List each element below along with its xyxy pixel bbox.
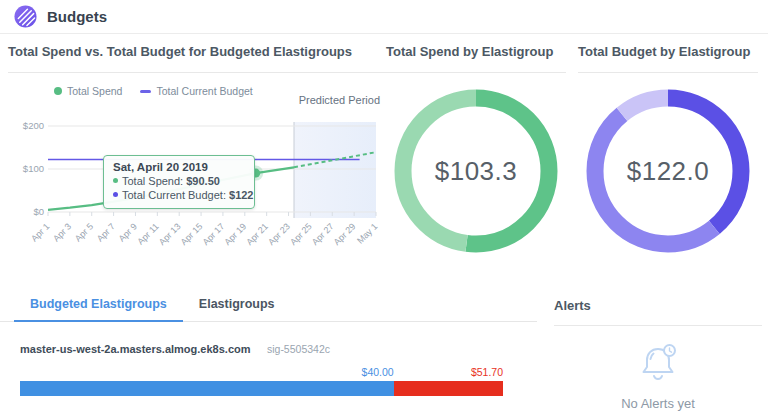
legend-item-total-current-budget[interactable]: Total Current Budget xyxy=(140,85,252,97)
tab-budgeted-elastigroups[interactable]: Budgeted Elastigroups xyxy=(14,290,183,322)
x-tick-label: Apr 21 xyxy=(244,221,270,247)
spend-amount-label: $51.70 xyxy=(471,366,503,378)
spend-vs-budget-panel: Total Spend vs. Total Budget for Budgete… xyxy=(8,34,386,270)
x-tick-label: Apr 25 xyxy=(288,221,314,247)
tooltip-bullet-icon xyxy=(113,178,118,183)
tab-elastigroups[interactable]: Elastigroups xyxy=(183,290,291,321)
line-chart-area[interactable]: $0$100$200Apr 1Apr 3Apr 5Apr 7Apr 9Apr 1… xyxy=(8,102,386,270)
alerts-title: Alerts xyxy=(554,290,762,326)
no-alerts-text: No Alerts yet xyxy=(554,396,762,411)
budget-donut-value: $122.0 xyxy=(586,89,750,253)
budget-progress-bar xyxy=(20,381,503,396)
tooltip-row: Total Current Budget: $122 xyxy=(113,189,245,201)
bar-segment-overspend xyxy=(394,381,503,396)
tab-bar: Budgeted Elastigroups Elastigroups xyxy=(0,290,537,322)
legend-dash-icon xyxy=(140,90,151,93)
bottom-row: Budgeted Elastigroups Elastigroups maste… xyxy=(0,290,768,411)
tooltip-bullet-icon xyxy=(113,192,118,197)
x-tick-label: Apr 5 xyxy=(73,221,95,243)
budget-donut-title: Total Budget by Elastigroup xyxy=(578,34,758,73)
elastigroup-name[interactable]: master-us-west-2a.masters.almog.ek8s.com xyxy=(20,343,251,355)
x-tick-label: Apr 11 xyxy=(135,221,160,246)
budget-donut: $122.0 xyxy=(586,89,750,257)
x-tick-label: Apr 27 xyxy=(310,221,336,247)
x-tick-label: Apr 17 xyxy=(201,221,227,247)
spend-donut-value: $103.3 xyxy=(394,89,558,253)
x-tick-label: Apr 15 xyxy=(179,221,205,247)
table-row: master-us-west-2a.masters.almog.ek8s.com… xyxy=(0,339,537,396)
x-tick-label: Apr 13 xyxy=(157,221,183,247)
predicted-region xyxy=(294,122,376,218)
bell-wrap xyxy=(632,337,684,393)
y-tick-label: $100 xyxy=(23,163,44,174)
bar-label-budget-wrap: $40.00 xyxy=(20,366,394,378)
main-row: Total Spend vs. Total Budget for Budgete… xyxy=(0,34,768,270)
x-tick-label: May 1 xyxy=(355,221,379,245)
bar-segment-budget xyxy=(20,381,394,396)
line-chart-title: Total Spend vs. Total Budget for Budgete… xyxy=(8,34,386,73)
budget-amount-label: $40.00 xyxy=(362,366,394,378)
legend-item-total-spend[interactable]: Total Spend xyxy=(54,85,122,97)
y-tick-label: $0 xyxy=(33,206,44,217)
x-tick-label: Apr 1 xyxy=(29,221,51,243)
bar-labels: $40.00 $51.70 xyxy=(20,366,503,378)
chart-tooltip-rows: Total Spend: $90.50Total Current Budget:… xyxy=(113,175,245,201)
bar-label-spend-wrap: $51.70 xyxy=(394,366,503,378)
x-tick-label: Apr 29 xyxy=(332,221,358,247)
x-tick-label: Apr 23 xyxy=(266,221,292,247)
total-budget-panel: Total Budget by Elastigroup $122.0 xyxy=(578,34,758,270)
total-spend-panel: Total Spend by Elastigroup $103.3 xyxy=(386,34,566,270)
legend-dot-icon xyxy=(54,87,62,95)
alerts-panel: Alerts No Alerts yet xyxy=(537,290,768,411)
x-tick-label: Apr 19 xyxy=(222,221,248,247)
spend-donut: $103.3 xyxy=(394,89,558,257)
bell-icon xyxy=(632,337,684,389)
legend-label: Total Spend xyxy=(67,85,122,97)
elastigroups-section: Budgeted Elastigroups Elastigroups maste… xyxy=(0,290,537,411)
page-title: Budgets xyxy=(47,8,107,25)
legend-label: Total Current Budget xyxy=(156,85,252,97)
spotinst-logo-icon xyxy=(14,5,37,28)
elastigroup-sig: sig-5505342c xyxy=(267,343,330,355)
app-header: Budgets xyxy=(0,0,768,34)
tooltip-date: Sat, April 20 2019 xyxy=(113,161,245,173)
y-tick-label: $200 xyxy=(23,120,44,131)
x-tick-label: Apr 3 xyxy=(51,221,73,243)
x-tick-label: Apr 7 xyxy=(95,221,117,243)
spend-donut-title: Total Spend by Elastigroup xyxy=(386,34,566,73)
chart-tooltip: Sat, April 20 2019 Total Spend: $90.50To… xyxy=(103,155,255,209)
tooltip-row: Total Spend: $90.50 xyxy=(113,175,245,187)
